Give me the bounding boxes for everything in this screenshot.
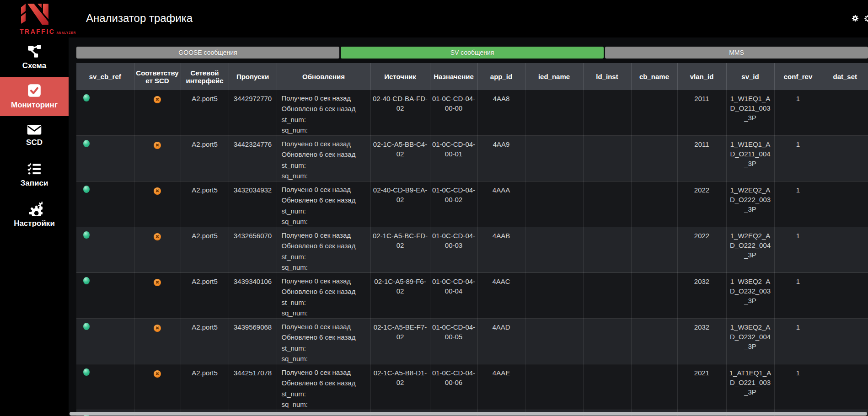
cell-status [76,136,134,181]
cell-src: 02-40-CD-BA-FD-02 [370,90,430,136]
cell-updates: Получено 0 сек назадОбновлено 6 сек наза… [277,319,370,364]
column-header-src: Источник [370,63,430,90]
column-header-ld_inst: ld_inst [583,63,631,90]
tab-sv-messages[interactable]: SV сообщения [341,47,604,59]
cell-vlan_id: 2032 [677,319,726,364]
cell-conf_rev: 1 [774,364,822,410]
cell-cb_name [631,181,677,227]
cell-updates: Получено 0 сек назадОбновлено 6 сек наза… [277,364,370,410]
status-ok-icon [83,368,90,376]
column-header-sv_id: sv_id [726,63,774,90]
cell-src: 02-1C-A5-BE-F7-02 [370,319,430,364]
column-header-app_id: app_id [477,63,525,90]
sidebar-item-schema[interactable]: Схема [0,37,69,77]
cell-iface: A2.port5 [181,273,229,319]
cell-ied_name [525,90,583,136]
sidebar-item-label: SCD [26,138,43,147]
cell-cb_name [631,364,677,410]
table-row[interactable]: ✖A2.port53442324776Получено 0 сек назадО… [76,136,868,181]
cell-dat_set [822,319,868,364]
page-title: Анализатор трафика [86,12,193,25]
cell-sv_id: 1_W1EQ1_AD_O211_003_3P [726,90,774,136]
cell-sv_id: 1_W1EQ1_AD_O211_004_3P [726,136,774,181]
table-row[interactable]: ✖A2.port53439569068Получено 0 сек назадО… [76,319,868,364]
update-line: Обновлено 6 сек назад [282,103,369,114]
update-line: st_num: [282,297,369,308]
scd-mismatch-icon: ✖ [154,279,161,286]
settings-gear-filled-icon[interactable] [852,15,859,22]
column-header-cb_name: cb_name [631,63,677,90]
cell-iface: A2.port5 [181,90,229,136]
cell-updates: Получено 0 сек назадОбновлено 6 сек наза… [277,227,370,273]
column-header-scd: Соответствует SCD [134,63,181,90]
update-line: sq_num: [282,262,369,272]
scd-mismatch-icon: ✖ [154,187,161,195]
settings-gear-outline-icon[interactable] [864,15,868,22]
update-line: Получено 0 сек назад [282,93,369,103]
cell-dat_set [822,273,868,319]
sidebar-item-label: Настройки [14,219,55,228]
cell-ld_inst [583,90,631,136]
cell-dat_set [822,181,868,227]
tab-goose-messages[interactable]: GOOSE сообщения [76,47,339,59]
tab-mms[interactable]: MMS [605,47,868,59]
cell-scd: ✖ [134,319,181,364]
update-line: st_num: [282,389,369,399]
horizontal-scrollbar[interactable] [70,412,867,416]
cell-dst: 01-0C-CD-04-00-01 [430,136,477,181]
cell-ld_inst [583,181,631,227]
cell-status [76,90,134,136]
scd-mismatch-icon: ✖ [154,142,161,149]
monitoring-check-icon [27,84,41,97]
cell-src: 02-1C-A5-B8-D1-02 [370,364,430,410]
scd-mismatch-icon: ✖ [154,233,161,240]
cell-dst: 01-0C-CD-04-00-02 [430,181,477,227]
checklist-icon [27,163,41,176]
table-row[interactable]: ✖A2.port53442517078Получено 0 сек назадО… [76,364,868,410]
cell-iface: A2.port5 [181,227,229,273]
cell-app_id: 4AAE [477,364,525,410]
sidebar: Схема Мониторинг SCD [0,37,69,416]
update-line: Получено 0 сек назад [282,139,369,149]
cell-status [76,319,134,364]
sidebar-item-scd[interactable]: SCD [0,116,69,155]
logo-text: TRAFFICANALYZER [20,27,76,36]
cell-ied_name [525,273,583,319]
update-line: Обновлено 6 сек назад [282,240,369,251]
sidebar-item-settings[interactable]: Настройки [0,195,69,234]
cell-iface: A2.port5 [181,181,229,227]
cell-app_id: 4AAC [477,273,525,319]
cell-dat_set [822,136,868,181]
update-line: Получено 0 сек назад [282,230,369,240]
status-ok-icon [83,186,90,193]
scd-mismatch-icon: ✖ [154,96,161,103]
table-row[interactable]: ✖A2.port53432034932Получено 0 сек назадО… [76,181,868,227]
cell-scd: ✖ [134,181,181,227]
cell-updates: Получено 0 сек назадОбновлено 6 сек наза… [277,181,370,227]
message-type-tabs: GOOSE сообщения SV сообщения MMS [76,47,868,59]
update-line: sq_num: [282,399,369,410]
update-line: Обновлено 6 сек назад [282,332,369,342]
update-line: Обновлено 6 сек назад [282,149,369,160]
sidebar-item-records[interactable]: Записи [0,155,69,195]
column-header-dat_set: dat_set [822,63,868,90]
update-line: sq_num: [282,308,369,318]
update-line: Получено 0 сек назад [282,321,369,332]
cell-vlan_id: 2032 [677,273,726,319]
cell-app_id: 4AAD [477,319,525,364]
cell-cb_name [631,227,677,273]
sidebar-item-monitoring[interactable]: Мониторинг [0,77,69,116]
header-actions [852,15,868,22]
cell-dat_set [822,364,868,410]
cell-ld_inst [583,136,631,181]
cell-sv_id: 1_AT1EQ1_AD_O221_003_3P [726,364,774,410]
cell-iface: A2.port5 [181,364,229,410]
table-row[interactable]: ✖A2.port53442972770Получено 0 сек назадО… [76,90,868,136]
status-ok-icon [83,140,90,147]
cell-dat_set [822,227,868,273]
table-row[interactable]: ✖A2.port53439340106Получено 0 сек назадО… [76,273,868,319]
cell-ied_name [525,319,583,364]
cell-ld_inst [583,273,631,319]
cell-sv_id: 1_W3EQ2_AD_O232_003_3P [726,273,774,319]
table-row[interactable]: ✖A2.port53432656070Получено 0 сек назадО… [76,227,868,273]
